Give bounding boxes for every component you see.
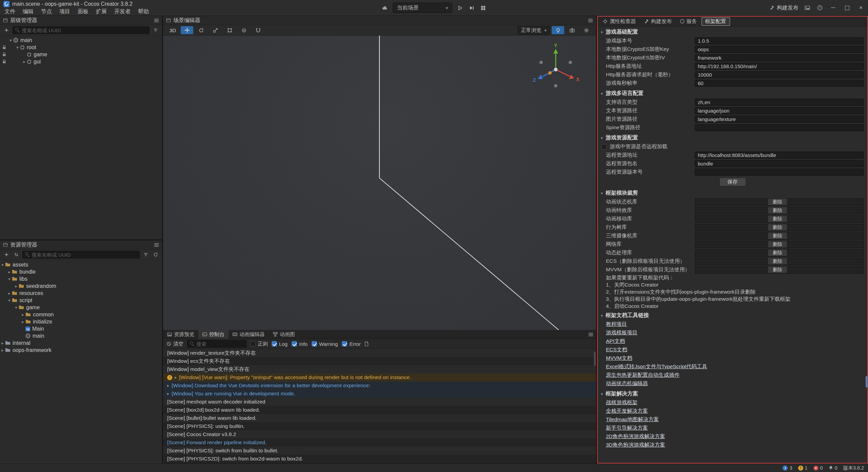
log-row[interactable]: [Scene] Forward render pipeline initiali… [163, 438, 596, 447]
filter-icon[interactable] [152, 26, 159, 34]
section-header[interactable]: ▾框架文档工具链接 [598, 311, 867, 320]
filter-Log[interactable]: Log [272, 341, 288, 347]
create-asset-button[interactable] [3, 251, 10, 258]
panel-menu-icon[interactable] [154, 18, 159, 23]
console-tab-1[interactable]: 控制台 [198, 330, 229, 339]
rotate-tool-button[interactable] [195, 26, 208, 34]
error-count[interactable]: × 0 [813, 465, 823, 471]
delete-button[interactable]: 删除 [768, 266, 787, 273]
log-row[interactable]: [Scene] meshopt wasm decoder initialized [163, 398, 596, 406]
menu-5[interactable]: 扩展 [92, 8, 111, 15]
regex-toggle[interactable]: 正则 [250, 341, 268, 347]
section-header[interactable]: ▾游戏资源配置 [598, 133, 867, 142]
tree-node-Main[interactable]: TSMain [0, 325, 162, 332]
filter-Error[interactable]: Error [342, 341, 360, 347]
log-row[interactable]: [Scene] Cocos Creator v3.8.2 [163, 430, 596, 438]
tree-node-libs[interactable]: ▾libs [0, 275, 162, 282]
inspector-tab-1[interactable]: 构建发布 [640, 17, 675, 26]
caret-down-icon[interactable]: ▾ [7, 298, 12, 303]
refresh-icon[interactable] [152, 251, 159, 258]
prop-input[interactable] [695, 99, 864, 106]
log-count[interactable]: i 3 [783, 465, 792, 471]
doc-link[interactable]: 游戏模板项目 [606, 329, 637, 336]
tree-node-root[interactable]: ▾root [0, 44, 162, 51]
caret-down-icon[interactable]: ▾ [8, 38, 13, 43]
delete-button[interactable]: 删除 [768, 224, 787, 231]
gear-icon[interactable] [580, 26, 593, 34]
prop-input[interactable] [695, 124, 864, 131]
log-row[interactable]: [Window] render_texture文件夹不存在 [163, 349, 596, 357]
caret-right-icon[interactable]: ▸ [22, 59, 27, 64]
prop-input[interactable] [695, 80, 864, 87]
menu-6[interactable]: 开发者 [111, 8, 134, 15]
log-row[interactable]: ▸[Window] Download the Vue Devtools exte… [163, 381, 596, 390]
doc-link[interactable]: 新手引导解决方案 [606, 425, 648, 432]
prop-input[interactable] [695, 46, 864, 53]
tree-node-script[interactable]: ▾script [0, 297, 162, 304]
close-button[interactable]: × [856, 4, 865, 11]
tree-node-assets[interactable]: ▾assets [0, 261, 162, 268]
caret-right-icon[interactable]: ▸ [7, 270, 12, 274]
doc-link[interactable]: API文档 [606, 338, 625, 345]
log-file-icon[interactable] [364, 341, 369, 346]
log-row[interactable]: [Scene] [PHYSICS]: switch from builtin t… [163, 447, 596, 455]
minimize-button[interactable]: ─ [829, 4, 837, 11]
help-icon[interactable]: ? [816, 4, 824, 12]
doc-link[interactable]: 教程项目 [606, 321, 627, 328]
log-row[interactable]: [Window] model_view文件夹不存在 [163, 365, 596, 373]
tree-node-resources[interactable]: ▸resources [0, 290, 162, 297]
step-button[interactable] [468, 4, 475, 12]
warning-count[interactable]: ! 1 [798, 465, 808, 471]
inspector-tab-0[interactable]: 属性检查器 [599, 17, 639, 26]
prop-input[interactable] [695, 160, 864, 167]
delete-button[interactable]: 删除 [768, 258, 787, 265]
log-row[interactable]: [Scene] [PHYSICS2D]: switch from box2d-w… [163, 455, 596, 463]
caret-right-icon[interactable]: ▸ [0, 348, 5, 353]
doc-link[interactable]: 2D角色扮演游戏解决方案 [606, 433, 665, 440]
filter-icon[interactable] [142, 251, 150, 258]
caret-down-icon[interactable]: ▾ [15, 45, 20, 50]
platform-icon[interactable] [381, 4, 389, 12]
console-tab-2[interactable]: 动画编辑器 [229, 330, 269, 339]
move-tool-button[interactable] [181, 26, 193, 34]
caret-down-icon[interactable]: ▾ [14, 305, 19, 310]
doc-link[interactable]: MVVM文档 [606, 355, 632, 362]
console-search-input[interactable] [187, 340, 246, 348]
notification-count[interactable]: 0 [829, 465, 837, 471]
scale-tool-button[interactable] [209, 26, 222, 34]
hierarchy-search-input[interactable] [13, 26, 150, 34]
prop-input[interactable] [695, 63, 864, 70]
tree-node-main[interactable]: ▾main [0, 37, 162, 44]
create-node-button[interactable] [3, 26, 10, 34]
checkbox-icon[interactable] [272, 341, 277, 347]
snap-tool-button[interactable] [252, 26, 264, 34]
delete-button[interactable]: 删除 [768, 232, 787, 239]
assets-search-input[interactable] [22, 251, 140, 258]
caret-right-icon[interactable]: ▸ [0, 341, 5, 346]
scrollbar-thumb[interactable] [594, 352, 596, 366]
tree-node-game[interactable]: game [0, 51, 162, 58]
caret-down-icon[interactable]: ▾ [7, 277, 12, 281]
light-toggle-button[interactable] [552, 26, 564, 34]
axis-z-label[interactable]: Z [533, 77, 536, 83]
caret-right-icon[interactable]: ▸ [167, 391, 169, 396]
checkbox-icon[interactable] [342, 341, 347, 347]
scrollbar-thumb[interactable] [866, 376, 867, 388]
prop-input[interactable] [695, 71, 864, 78]
menu-0[interactable]: 文件 [1, 8, 19, 15]
layout-button[interactable] [479, 4, 487, 12]
tree-node-game[interactable]: ▾game [0, 304, 162, 311]
menu-3[interactable]: 项目 [56, 8, 74, 15]
checkbox-icon[interactable] [312, 341, 317, 347]
filter-Warning[interactable]: Warning [312, 341, 338, 347]
prop-input[interactable] [695, 116, 864, 123]
filter-Info[interactable]: Info [292, 341, 308, 347]
inspector-tab-2[interactable]: 服务 [676, 17, 701, 26]
prop-input[interactable] [695, 37, 864, 44]
caret-right-icon[interactable]: ▸ [175, 375, 177, 380]
section-header[interactable]: ▾框架解决方案 [598, 389, 867, 398]
delete-button[interactable]: 删除 [768, 215, 787, 222]
menu-1[interactable]: 编辑 [19, 8, 37, 15]
delete-button[interactable]: 删除 [768, 249, 787, 256]
checkbox-icon[interactable] [292, 341, 297, 347]
